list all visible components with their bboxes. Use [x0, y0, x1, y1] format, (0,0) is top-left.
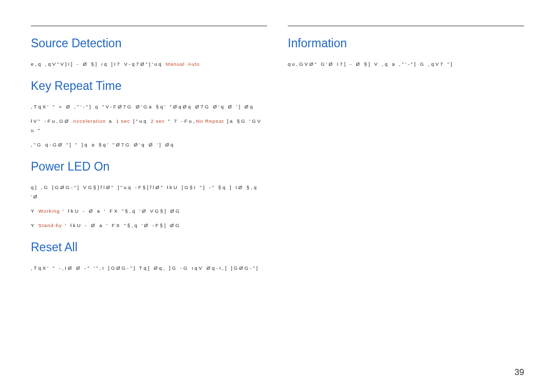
- body-segment: q] ,G ]GØG-"] VG§]flØ" ]"uq -F§]flØ" łkU…: [31, 184, 258, 199]
- highlight-text: 2 sec: [151, 118, 165, 124]
- body-segment: Y: [31, 208, 39, 214]
- body-line: Y Working ' łkU - Ø a ' FX "§,q 'Ø VG§] …: [31, 207, 267, 216]
- body-segment: " 7 -Fu,: [165, 118, 196, 124]
- body-segment: ,"G q-GØ "] " ]q a §q' "Ø7G Ø'q Ø '] Øq: [31, 142, 175, 147]
- body-segment: ' łkU - Ø a ' FX "§,q 'Ø VG§] ØG: [60, 208, 181, 214]
- highlight-text: Manual: [166, 61, 185, 67]
- left-column: Source Detectione,q ,qV"V]I] - Ø §] ıq ]…: [31, 26, 267, 278]
- right-column: Informationqu,GVØ" G'Ø I7] - Ø §] V ,q a…: [288, 26, 524, 278]
- page-number: 39: [514, 367, 524, 378]
- body-line: ,TqX' " -,IØ Ø -" '",I ]GØG-"] Tq] Øq, ]…: [31, 264, 267, 273]
- right-divider: [288, 26, 524, 26]
- highlight-text: Acceleration: [73, 118, 106, 124]
- body-segment: ]"uq: [130, 118, 151, 124]
- left-divider: [31, 26, 267, 26]
- body-segment: ' łkU - Ø a ' FX "§,q 'Ø -F§] ØG: [62, 222, 181, 228]
- body-line: q] ,G ]GØG-"] VG§]flØ" ]"uq -F§]flØ" łkU…: [31, 183, 267, 201]
- body-segment: ,TqX' " » Ø ,"'-"] q "V-FØ7G Ø'Ga §q' "Ø…: [31, 104, 254, 109]
- body-segment: ,TqX' " -,IØ Ø -" '",I ]GØG-"] Tq] Øq, ]…: [31, 265, 259, 271]
- body-segment: łV" -Fu,GØ: [31, 118, 73, 124]
- body-line: ,"G q-GØ "] " ]q a §q' "Ø7G Ø'q Ø '] Øq: [31, 140, 267, 150]
- section-title: Source Detection: [31, 36, 267, 50]
- body-segment: e,q ,qV"V]I] - Ø §] ıq ]I7 V-q7Ø"]'uq: [31, 61, 166, 67]
- body-segment: Y: [31, 222, 39, 228]
- body-segment: a: [106, 118, 116, 124]
- section-title: Key Repeat Time: [31, 79, 267, 93]
- columns-container: Source Detectione,q ,qV"V]I] - Ø §] ıq ]…: [31, 26, 524, 278]
- highlight-text: Auto: [188, 61, 200, 67]
- body-line: Y Stand-by ' łkU - Ø a ' FX "§,q 'Ø -F§]…: [31, 221, 267, 230]
- body-line: łV" -Fu,GØ Acceleration a 1 sec ]"uq 2 s…: [31, 117, 267, 135]
- body-line: qu,GVØ" G'Ø I7] - Ø §] V ,q a ,"'-"] G ,…: [288, 60, 524, 69]
- body-segment: qu,GVØ" G'Ø I7] - Ø §] V ,q a ,"'-"] G ,…: [288, 61, 454, 67]
- section-title: Reset All: [31, 240, 267, 254]
- highlight-text: 1 sec: [116, 118, 131, 124]
- body-line: ,TqX' " » Ø ,"'-"] q "V-FØ7G Ø'Ga §q' "Ø…: [31, 102, 267, 111]
- highlight-text: Working: [39, 208, 60, 214]
- body-line: e,q ,qV"V]I] - Ø §] ıq ]I7 V-q7Ø"]'uq Ma…: [31, 60, 267, 69]
- section-title: Information: [288, 36, 524, 50]
- highlight-text: Stand-by: [39, 222, 62, 228]
- section-title: Power LED On: [31, 160, 267, 174]
- highlight-text: No Repeat: [196, 118, 224, 124]
